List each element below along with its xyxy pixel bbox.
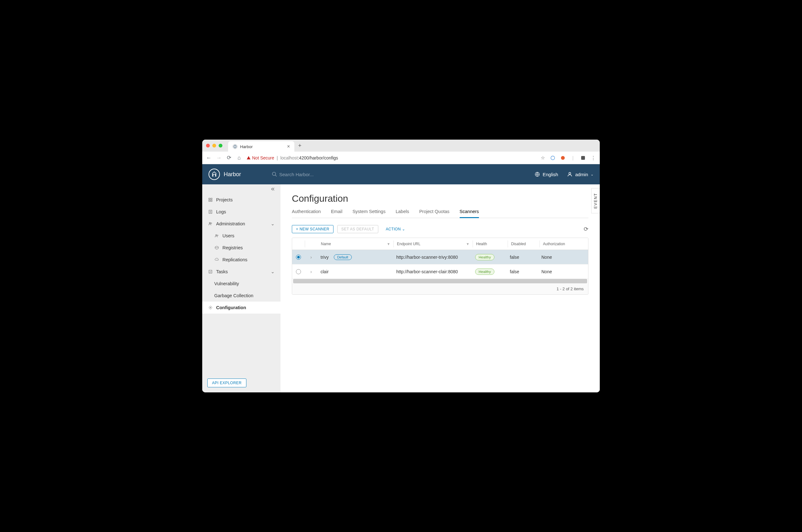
tab-email[interactable]: Email bbox=[331, 209, 342, 218]
extension-icons: ☆ | ⋮ bbox=[540, 155, 596, 161]
cell-auth: None bbox=[541, 269, 552, 274]
tab-labels[interactable]: Labels bbox=[396, 209, 409, 218]
sidebar-item-projects[interactable]: Projects bbox=[202, 194, 280, 206]
svg-point-2 bbox=[561, 156, 565, 160]
maximize-window-button[interactable] bbox=[219, 144, 222, 148]
language-selector[interactable]: English bbox=[534, 171, 558, 177]
row-radio[interactable] bbox=[296, 255, 301, 260]
set-default-button: SET AS DEFAULT bbox=[337, 225, 378, 233]
chevron-down-icon: ⌄ bbox=[271, 269, 275, 274]
column-health[interactable]: Health bbox=[476, 242, 487, 246]
config-tabs: Authentication Email System Settings Lab… bbox=[292, 209, 588, 218]
brand[interactable]: Harbor bbox=[208, 169, 272, 180]
sidebar-label: Logs bbox=[216, 209, 226, 214]
table-header: Name▼ Endpoint URL▼ Health Disabled Auth… bbox=[292, 238, 588, 250]
admin-icon bbox=[208, 222, 213, 226]
sidebar-item-users[interactable]: Users bbox=[202, 230, 280, 242]
security-warning: Not Secure bbox=[247, 155, 274, 160]
url-host: localhost bbox=[280, 155, 298, 160]
sidebar-item-registries[interactable]: Registries bbox=[202, 242, 280, 254]
browser-tab[interactable]: Harbor × bbox=[228, 141, 294, 152]
default-badge: Default bbox=[334, 254, 352, 260]
sidebar-label: Configuration bbox=[216, 305, 246, 310]
cell-url: http://harbor-scanner-trivy:8080 bbox=[396, 255, 458, 260]
expand-row-icon[interactable]: › bbox=[310, 269, 312, 274]
new-scanner-button[interactable]: +NEW SCANNER bbox=[292, 225, 333, 233]
pagination-info: 1 - 2 of 2 items bbox=[292, 283, 588, 294]
not-secure-label: Not Secure bbox=[252, 155, 274, 160]
language-label: English bbox=[543, 172, 558, 177]
sidebar-item-logs[interactable]: Logs bbox=[202, 206, 280, 218]
star-icon[interactable]: ☆ bbox=[540, 155, 546, 161]
extension-icon[interactable] bbox=[560, 155, 566, 161]
svg-point-22 bbox=[210, 307, 211, 308]
table-row[interactable]: › clair http://harbor-scanner-clair:8080… bbox=[292, 264, 588, 279]
svg-point-18 bbox=[211, 223, 212, 224]
sidebar: Projects Logs Administration ⌄ Users Reg… bbox=[202, 184, 280, 392]
event-tab[interactable]: EVENT bbox=[591, 188, 600, 213]
toolbar: +NEW SCANNER SET AS DEFAULT ACTION ⌄ ⟳ bbox=[292, 225, 588, 233]
sidebar-item-administration[interactable]: Administration ⌄ bbox=[202, 218, 280, 230]
menu-icon[interactable]: ⋮ bbox=[590, 155, 596, 161]
home-button[interactable]: ⌂ bbox=[236, 155, 242, 161]
gear-icon bbox=[208, 305, 213, 310]
chevron-down-icon: ⌄ bbox=[271, 221, 275, 226]
sidebar-item-tasks[interactable]: Tasks ⌄ bbox=[202, 266, 280, 278]
globe-icon bbox=[534, 171, 540, 177]
sidebar-item-garbage-collection[interactable]: Garbage Collection bbox=[202, 290, 280, 302]
browser-window: Harbor × + ← → ⟳ ⌂ Not Secure | localhos… bbox=[202, 140, 600, 392]
reload-button[interactable]: ⟳ bbox=[226, 154, 232, 161]
health-badge: Healthy bbox=[475, 254, 494, 260]
sidebar-item-configuration[interactable]: Configuration bbox=[202, 302, 280, 314]
scanners-table: Name▼ Endpoint URL▼ Health Disabled Auth… bbox=[292, 238, 588, 295]
brand-name: Harbor bbox=[224, 171, 241, 178]
sidebar-label: Projects bbox=[216, 197, 233, 202]
forward-button[interactable]: → bbox=[216, 155, 222, 161]
api-explorer-button[interactable]: API EXPLORER bbox=[207, 379, 247, 387]
chevron-double-left-icon bbox=[270, 187, 275, 192]
filter-icon[interactable]: ▼ bbox=[387, 242, 390, 246]
projects-icon bbox=[208, 197, 213, 202]
back-button[interactable]: ← bbox=[206, 155, 212, 161]
profile-avatar-icon[interactable] bbox=[580, 155, 586, 161]
tab-system-settings[interactable]: System Settings bbox=[352, 209, 385, 218]
extension-icon[interactable] bbox=[550, 155, 555, 161]
search-icon bbox=[272, 171, 277, 177]
close-tab-icon[interactable]: × bbox=[287, 144, 290, 149]
refresh-button[interactable]: ⟳ bbox=[584, 226, 588, 233]
sidebar-item-replications[interactable]: Replications bbox=[202, 254, 280, 266]
horizontal-scrollbar[interactable] bbox=[293, 279, 587, 283]
user-menu[interactable]: admin ⌄ bbox=[567, 171, 594, 177]
sidebar-label: Vulnerability bbox=[214, 281, 239, 286]
column-endpoint[interactable]: Endpoint URL bbox=[397, 242, 421, 246]
plus-icon: + bbox=[296, 227, 298, 231]
new-tab-button[interactable]: + bbox=[298, 142, 302, 149]
minimize-window-button[interactable] bbox=[212, 144, 216, 148]
page-title: Configuration bbox=[292, 193, 588, 204]
column-name[interactable]: Name bbox=[321, 242, 331, 246]
expand-row-icon[interactable]: › bbox=[310, 255, 312, 260]
search-input[interactable]: Search Harbor... bbox=[272, 171, 314, 177]
filter-icon[interactable]: ▼ bbox=[466, 242, 470, 246]
address-bar[interactable]: Not Secure | localhost:4200/harbor/confi… bbox=[247, 155, 535, 160]
close-window-button[interactable] bbox=[206, 144, 210, 148]
column-authorization[interactable]: Authorization bbox=[543, 242, 565, 246]
row-radio[interactable] bbox=[296, 269, 301, 274]
svg-point-1 bbox=[551, 156, 555, 160]
column-disabled[interactable]: Disabled bbox=[511, 242, 526, 246]
table-row[interactable]: › trivyDefault http://harbor-scanner-tri… bbox=[292, 250, 588, 264]
chevron-down-icon: ⌄ bbox=[590, 172, 594, 176]
svg-rect-12 bbox=[211, 200, 212, 202]
collapse-sidebar-button[interactable] bbox=[202, 184, 280, 194]
tab-authentication[interactable]: Authentication bbox=[292, 209, 321, 218]
tab-project-quotas[interactable]: Project Quotas bbox=[419, 209, 450, 218]
chevron-down-icon: ⌄ bbox=[402, 227, 405, 231]
button-label: ACTION bbox=[386, 227, 401, 231]
action-dropdown[interactable]: ACTION ⌄ bbox=[382, 225, 409, 233]
svg-rect-11 bbox=[209, 200, 210, 202]
svg-point-5 bbox=[272, 172, 276, 175]
sidebar-item-vulnerability[interactable]: Vulnerability bbox=[202, 278, 280, 290]
svg-rect-9 bbox=[209, 198, 210, 200]
cell-url: http://harbor-scanner-clair:8080 bbox=[396, 269, 458, 274]
tab-scanners[interactable]: Scanners bbox=[460, 209, 479, 218]
